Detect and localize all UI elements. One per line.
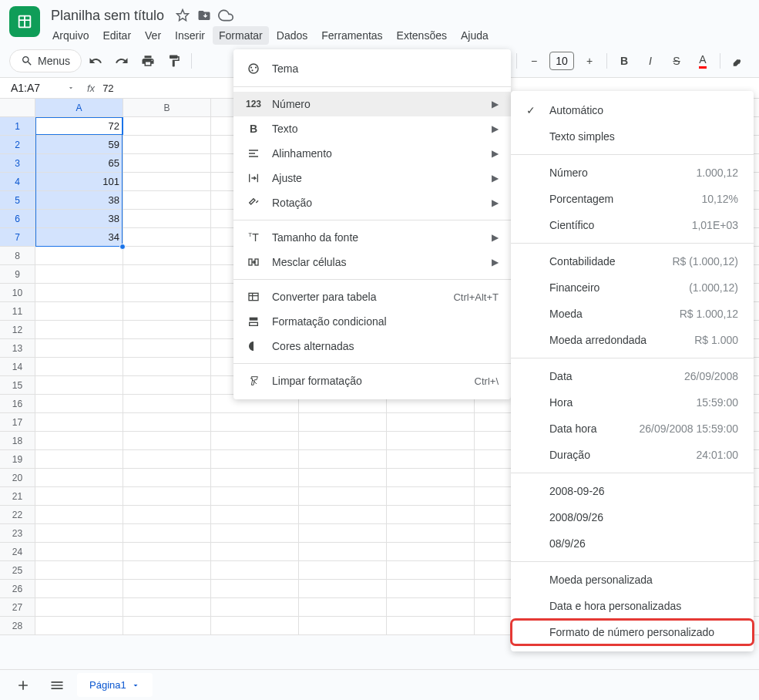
format-alignment[interactable]: Alinhamento ▶	[233, 141, 511, 166]
cell[interactable]	[123, 487, 211, 505]
numfmt-duration[interactable]: Duração 24:01:00	[511, 442, 754, 468]
menu-extensoes[interactable]: Extensões	[391, 26, 453, 45]
cell[interactable]	[35, 450, 123, 468]
menu-ajuda[interactable]: Ajuda	[455, 26, 495, 45]
redo-button[interactable]	[110, 49, 133, 72]
cell[interactable]	[211, 487, 299, 505]
row-header[interactable]: 2	[0, 136, 35, 153]
col-header-a[interactable]: A	[35, 99, 123, 116]
numfmt-date-iso[interactable]: 2008-09-26	[511, 478, 754, 504]
doc-title[interactable]: Planilha sem título	[46, 6, 169, 25]
numfmt-accounting[interactable]: Contabilidade R$ (1.000,12)	[511, 248, 754, 274]
row-header[interactable]: 9	[0, 265, 35, 283]
select-all-corner[interactable]	[0, 99, 35, 116]
cell[interactable]	[123, 247, 211, 264]
cell[interactable]	[211, 598, 299, 616]
all-sheets-button[interactable]	[43, 671, 71, 699]
row-header[interactable]: 22	[0, 506, 35, 523]
search-menus[interactable]: Menus	[9, 49, 82, 72]
cell[interactable]: 72	[35, 117, 123, 135]
menu-editar[interactable]: Editar	[96, 26, 137, 45]
cell[interactable]	[211, 450, 299, 468]
cell[interactable]	[35, 284, 123, 301]
numfmt-currency[interactable]: Moeda R$ 1.000,12	[511, 301, 754, 327]
cell[interactable]	[35, 432, 123, 449]
numfmt-scientific[interactable]: Científico 1,01E+03	[511, 212, 754, 238]
cell[interactable]	[211, 561, 299, 579]
cell[interactable]	[35, 376, 123, 394]
sheet-tab-1[interactable]: Página1	[77, 673, 153, 697]
row-header[interactable]: 1	[0, 117, 35, 135]
bold-button[interactable]: B	[613, 49, 636, 72]
numfmt-custom-currency[interactable]: Moeda personalizada	[511, 567, 754, 593]
cell[interactable]	[387, 524, 475, 542]
cell[interactable]	[123, 154, 211, 172]
row-header[interactable]: 24	[0, 543, 35, 560]
menu-arquivo[interactable]: Arquivo	[46, 26, 95, 45]
cell[interactable]	[123, 339, 211, 357]
cell[interactable]	[123, 117, 211, 135]
cell[interactable]	[123, 358, 211, 375]
cell[interactable]	[299, 413, 387, 431]
format-number[interactable]: 123 Número ▶	[233, 92, 511, 116]
numfmt-plaintext[interactable]: Texto simples	[511, 123, 754, 150]
cell[interactable]	[387, 580, 475, 597]
italic-button[interactable]: I	[639, 49, 662, 72]
row-header[interactable]: 10	[0, 284, 35, 301]
numfmt-financial[interactable]: Financeiro (1.000,12)	[511, 274, 754, 301]
row-header[interactable]: 27	[0, 598, 35, 616]
cell[interactable]	[387, 617, 475, 634]
row-header[interactable]: 14	[0, 358, 35, 375]
cell[interactable]	[35, 598, 123, 616]
cell[interactable]	[35, 506, 123, 523]
row-header[interactable]: 26	[0, 580, 35, 597]
cell[interactable]	[387, 450, 475, 468]
cell[interactable]	[299, 450, 387, 468]
format-merge[interactable]: Mesclar células ▶	[233, 250, 511, 274]
cell[interactable]	[387, 561, 475, 579]
cell[interactable]	[123, 395, 211, 412]
cell[interactable]	[35, 524, 123, 542]
cell[interactable]	[123, 450, 211, 468]
numfmt-time[interactable]: Hora 15:59:00	[511, 389, 754, 416]
cell[interactable]: 38	[35, 191, 123, 209]
numfmt-date-short[interactable]: 08/9/26	[511, 530, 754, 557]
cell[interactable]	[35, 302, 123, 320]
format-theme[interactable]: Tema	[233, 56, 511, 82]
cell[interactable]	[299, 543, 387, 560]
row-header[interactable]: 23	[0, 524, 35, 542]
numfmt-date-slash[interactable]: 2008/09/26	[511, 504, 754, 530]
move-folder-icon[interactable]	[196, 8, 212, 23]
cell[interactable]	[123, 210, 211, 227]
format-fontsize[interactable]: TT Tamanho da fonte ▶	[233, 225, 511, 250]
cell[interactable]	[387, 598, 475, 616]
cell[interactable]	[211, 543, 299, 560]
numfmt-datetime[interactable]: Data hora 26/09/2008 15:59:00	[511, 416, 754, 442]
cell[interactable]	[211, 524, 299, 542]
format-wrap[interactable]: Ajuste ▶	[233, 166, 511, 190]
cell[interactable]	[35, 487, 123, 505]
cell[interactable]	[387, 543, 475, 560]
cell[interactable]	[299, 580, 387, 597]
font-size-increase[interactable]: +	[578, 49, 601, 72]
cell[interactable]	[387, 413, 475, 431]
row-header[interactable]: 13	[0, 339, 35, 357]
cell[interactable]	[123, 598, 211, 616]
cell[interactable]	[35, 413, 123, 431]
cell[interactable]	[387, 432, 475, 449]
cell[interactable]	[123, 265, 211, 283]
name-box[interactable]: A1:A7	[6, 80, 79, 96]
strikethrough-button[interactable]: S	[665, 49, 688, 72]
cell[interactable]	[123, 524, 211, 542]
cell[interactable]: 34	[35, 228, 123, 246]
cell[interactable]: 38	[35, 210, 123, 227]
cell[interactable]	[35, 339, 123, 357]
print-button[interactable]	[136, 49, 160, 72]
selection-handle[interactable]	[119, 244, 126, 250]
numfmt-custom-datetime[interactable]: Data e hora personalizadas	[511, 593, 754, 619]
numfmt-automatic[interactable]: ✓ Automático	[511, 97, 754, 123]
text-color-button[interactable]: A	[691, 49, 714, 72]
numfmt-percent[interactable]: Porcentagem 10,12%	[511, 186, 754, 212]
cell[interactable]	[123, 617, 211, 634]
cell[interactable]	[387, 506, 475, 523]
